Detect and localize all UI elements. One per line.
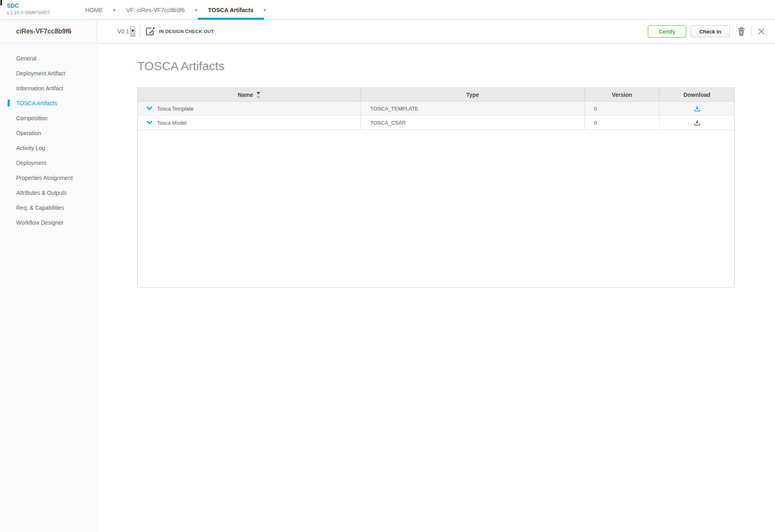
column-header-name[interactable]: Name <box>138 88 361 101</box>
divider <box>751 26 752 37</box>
sidebar-item-information-artifact[interactable]: Information Artifact <box>0 81 97 96</box>
sidebar-menu: General Deployment Artifact Information … <box>0 44 97 532</box>
logo-title: SDC <box>7 2 50 10</box>
artifacts-table: Name Type Version Download Tosca Templat… <box>137 88 735 288</box>
sidebar-item-workflow-designer[interactable]: Workflow Designer <box>0 215 97 230</box>
column-header-version: Version <box>585 88 660 101</box>
table-row: Tosca Template TOSCA_TEMPLATE 0 <box>138 102 734 116</box>
sidebar-item-operation[interactable]: Operation <box>0 125 97 140</box>
tab-tosca-artifacts[interactable]: TOSCA Artifacts <box>198 0 264 20</box>
column-header-type: Type <box>361 88 584 101</box>
close-icon <box>758 28 765 35</box>
sidebar-item-properties-assignment[interactable]: Properties Assignment <box>0 170 97 185</box>
artifact-version: 0 <box>585 102 660 115</box>
sort-filter-icon[interactable] <box>256 92 260 98</box>
artifact-name: Tosca Template <box>157 106 193 112</box>
chevron-down-icon <box>147 121 152 125</box>
download-button[interactable] <box>694 120 700 126</box>
close-button[interactable] <box>758 28 765 35</box>
version-label: V0.1 <box>117 28 129 35</box>
chevron-down-icon <box>147 106 152 111</box>
expand-row-button[interactable] <box>147 121 152 125</box>
toolbar-actions: Certify Check in <box>648 25 765 38</box>
divider <box>140 25 140 38</box>
lifecycle-status-label: IN DESIGN CHECK OUT <box>159 29 214 34</box>
artifact-type: TOSCA_TEMPLATE <box>361 102 584 115</box>
main-content: TOSCA Artifacts Name Type Version Downlo… <box>97 44 775 532</box>
sdc-logo: SDC v.1.16.0-SNAPSHOT <box>7 2 50 15</box>
column-header-label: Name <box>238 92 253 98</box>
chevron-down-icon <box>257 94 260 98</box>
corner-mark <box>0 0 2 5</box>
trash-icon <box>737 27 745 36</box>
expand-row-button[interactable] <box>147 106 152 111</box>
checkout-edit-icon <box>145 26 155 37</box>
artifact-name: Tosca Model <box>157 120 186 126</box>
sidebar-item-composition[interactable]: Composition <box>0 111 97 125</box>
sidebar-item-tosca-artifacts[interactable]: TOSCA Artifacts <box>0 96 97 111</box>
tab-vf-cires[interactable]: VF: ciRes-VF7cc8b9f6 <box>116 0 195 20</box>
check-in-button[interactable]: Check in <box>691 25 730 38</box>
delete-button[interactable] <box>737 27 745 36</box>
chevron-down-icon <box>131 30 134 32</box>
artifact-type: TOSCA_CSAR <box>361 116 584 129</box>
sidebar-item-label: TOSCA Artifacts <box>16 100 57 106</box>
page-title: TOSCA Artifacts <box>137 59 775 73</box>
sidebar-item-general[interactable]: General <box>0 51 97 66</box>
top-nav-bar: SDC v.1.16.0-SNAPSHOT HOME VF: ciRes-VF7… <box>0 0 775 20</box>
table-header-row: Name Type Version Download <box>138 88 734 102</box>
active-indicator <box>8 100 10 106</box>
table-row: Tosca Model TOSCA_CSAR 0 <box>138 116 734 130</box>
funnel-icon <box>256 92 260 95</box>
version-dropdown[interactable]: V0.1 <box>117 26 135 37</box>
download-button[interactable] <box>694 106 700 112</box>
download-icon <box>694 120 700 126</box>
sidebar-item-deployment[interactable]: Deployment <box>0 155 97 170</box>
logo-version: v.1.16.0-SNAPSHOT <box>7 10 50 15</box>
action-bar: V0.1 IN DESIGN CHECK OUT Certify Check i… <box>97 20 775 44</box>
download-icon <box>694 106 700 112</box>
sidebar-item-activity-log[interactable]: Activity Log <box>0 140 97 155</box>
sidebar-item-deployment-artifact[interactable]: Deployment Artifact <box>0 66 97 81</box>
artifact-version: 0 <box>585 116 660 129</box>
entity-name: ciRes-VF7cc8b9f6 <box>16 28 71 35</box>
caret-right-icon <box>264 8 266 12</box>
sidebar-item-attributes-outputs[interactable]: Attributes & Outputs <box>0 185 97 200</box>
tab-home[interactable]: HOME <box>75 0 113 20</box>
certify-button[interactable]: Certify <box>648 25 686 38</box>
entity-header: ciRes-VF7cc8b9f6 <box>0 20 97 44</box>
sidebar-item-req-capabilities[interactable]: Req. & Capabilities <box>0 200 97 215</box>
version-spinner[interactable] <box>130 26 135 37</box>
lifecycle-status: IN DESIGN CHECK OUT <box>145 26 214 37</box>
breadcrumb: HOME VF: ciRes-VF7cc8b9f6 TOSCA Artifact… <box>75 0 266 20</box>
column-header-download: Download <box>660 88 734 101</box>
